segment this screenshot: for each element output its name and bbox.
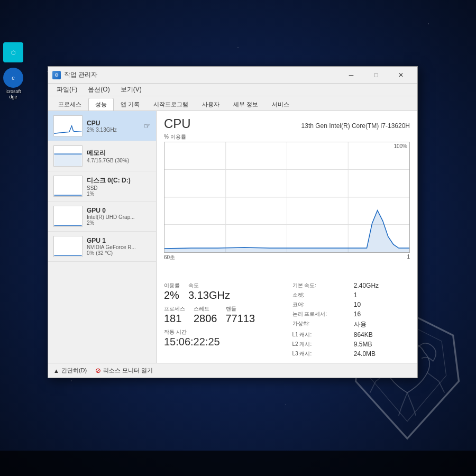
disk-detail1: SSD — [87, 185, 151, 191]
tab-apphistory[interactable]: 앱 기록 — [114, 98, 147, 111]
logical-label-pair: 논리 프로세서: — [292, 310, 349, 318]
window-controls: ─ □ ✕ — [339, 67, 413, 84]
l1-label: L1 캐시: — [292, 331, 349, 338]
graph-ymax: 100% — [393, 143, 407, 149]
perf-item-disk[interactable]: 디스크 0(C: D:) SSD 1% — [48, 171, 156, 202]
desktop-icon-edge[interactable]: e — [3, 68, 23, 88]
right-panel: CPU 13th Gen Intel(R) Core(TM) i7-13620H… — [157, 111, 417, 363]
memory-detail: 4.7/15.7GB (30%) — [87, 158, 151, 163]
handle-col: 핸들 77113 — [226, 305, 255, 324]
virt-val-pair: 사용 — [354, 320, 410, 329]
uptime-label: 작동 시간 — [164, 328, 282, 336]
core-label-pair: 코어: — [292, 301, 349, 308]
svg-rect-6 — [54, 206, 81, 226]
pth-row: 프로세스 181 스레드 2806 핸들 77113 — [164, 305, 282, 324]
virt-label: 가상화: — [292, 320, 349, 327]
perf-item-gpu1[interactable]: GPU 1 NVIDIA GeForce R... 0% (32 °C) — [48, 232, 156, 262]
minimize-button[interactable]: ─ — [339, 67, 363, 84]
menu-view[interactable]: 보기(V) — [116, 84, 146, 95]
cpu-graph-svg — [164, 142, 409, 252]
tab-services[interactable]: 서비스 — [265, 98, 296, 111]
close-button[interactable]: ✕ — [389, 67, 413, 84]
base-speed-value: 2.40GHz — [354, 282, 410, 289]
virt-value: 사용 — [354, 320, 410, 329]
l3-value: 24.0MB — [354, 350, 410, 358]
monitor-label: 리소스 모니터 열기 — [103, 367, 153, 374]
tab-details[interactable]: 세부 정보 — [226, 98, 265, 111]
simple-label: 간단히(D) — [61, 367, 87, 374]
disk-detail2: 1% — [87, 191, 151, 197]
cpu-info: CPU 2% 3.13GHz — [87, 120, 140, 133]
uptime-value: 15:06:22:25 — [164, 336, 282, 348]
l2-value: 9.5MB — [354, 341, 410, 348]
graph-timeline: 60초 1 — [164, 254, 410, 261]
thread-col: 스레드 2806 — [194, 305, 217, 324]
desktop-icon-1[interactable]: ⬡ — [3, 42, 23, 62]
tab-bar: 프로세스 성능 앱 기록 시작프로그램 사용자 세부 정보 서비스 — [48, 96, 417, 111]
title-bar: ⚙ 작업 관리자 ─ □ ✕ — [48, 67, 417, 84]
desktop-icons: ⬡ e icrosoftdge — [0, 42, 26, 99]
handle-label: 핸들 — [226, 305, 255, 313]
perf-item-cpu[interactable]: CPU 2% 3.13GHz ☞ — [48, 111, 156, 141]
gpu1-name: GPU 1 — [87, 237, 151, 244]
resource-monitor-btn[interactable]: ⊘ 리소스 모니터 열기 — [95, 367, 153, 374]
simple-mode-btn[interactable]: ▲ 간단히(D) — [53, 367, 87, 374]
cpu-detail: 2% 3.13GHz — [87, 127, 140, 133]
perf-item-memory[interactable]: 메모리 4.7/15.7GB (30%) — [48, 141, 156, 171]
graph-container: 100% — [164, 142, 410, 253]
stats-section: 이용률 2% 속도 3.13GHz 프로세스 181 — [164, 282, 410, 358]
task-manager-window: ⚙ 작업 관리자 ─ □ ✕ 파일(F) 옵션(O) 보기(V) 프로세스 성능… — [48, 66, 418, 378]
logical-value: 16 — [354, 310, 410, 318]
memory-name: 메모리 — [87, 149, 151, 158]
gpu0-detail1: Intel(R) UHD Grap... — [87, 214, 151, 220]
process-thread-row: 프로세스 181 스레드 2806 핸들 77113 — [164, 305, 282, 324]
graph-ylabel: % 이용률 — [164, 133, 410, 141]
tab-performance[interactable]: 성능 — [88, 98, 114, 111]
cpu-main-title: CPU — [164, 116, 191, 131]
gpu0-detail2: 2% — [87, 220, 151, 226]
desktop-label-edge: icrosoftdge — [3, 89, 23, 99]
maximize-button[interactable]: □ — [364, 67, 388, 84]
tab-process[interactable]: 프로세스 — [51, 98, 88, 111]
stats-right: 기본 속도: 2.40GHz 소켓: 1 코어: — [292, 282, 410, 358]
svg-rect-4 — [54, 153, 81, 166]
right-stats-grid: 기본 속도: 2.40GHz 소켓: 1 코어: — [292, 282, 410, 358]
l2-label: L2 캐시: — [292, 341, 349, 348]
gpu1-detail1: NVIDIA GeForce R... — [87, 244, 151, 250]
speed-col: 속도 3.13GHz — [188, 282, 230, 301]
menu-options[interactable]: 옵션(O) — [84, 84, 114, 95]
perf-item-gpu0[interactable]: GPU 0 Intel(R) UHD Grap... 2% — [48, 202, 156, 232]
thread-label: 스레드 — [194, 305, 217, 313]
l2-val-pair: 9.5MB — [354, 341, 410, 348]
socket-val-pair: 1 — [354, 291, 410, 299]
memory-mini-graph — [53, 145, 83, 167]
gpu0-name: GPU 0 — [87, 207, 151, 214]
virt-label-pair: 가상화: — [292, 320, 349, 329]
menu-file[interactable]: 파일(F) — [52, 84, 81, 95]
l1-value: 864KB — [354, 331, 410, 338]
memory-info: 메모리 4.7/15.7GB (30%) — [87, 149, 151, 163]
thread-value: 2806 — [194, 313, 217, 324]
menu-bar: 파일(F) 옵션(O) 보기(V) — [48, 84, 417, 96]
usage-col: 이용률 2% — [164, 282, 180, 301]
cpu-name: CPU — [87, 120, 140, 127]
tab-startup[interactable]: 시작프로그램 — [147, 98, 195, 111]
process-label: 프로세스 — [164, 305, 185, 313]
gpu0-info: GPU 0 Intel(R) UHD Grap... 2% — [87, 207, 151, 226]
core-value: 10 — [354, 301, 410, 308]
usage-label: 이용률 — [164, 282, 180, 289]
gpu1-info: GPU 1 NVIDIA GeForce R... 0% (32 °C) — [87, 237, 151, 256]
base-speed-pair: 기본 속도: — [292, 282, 349, 289]
process-col: 프로세스 181 — [164, 305, 185, 324]
main-content: CPU 2% 3.13GHz ☞ 메모리 4.7/15.7GB (3 — [48, 111, 417, 363]
logical-val-pair: 16 — [354, 310, 410, 318]
l1-val-pair: 864KB — [354, 331, 410, 338]
core-val-pair: 10 — [354, 301, 410, 308]
gpu1-mini-graph — [53, 236, 83, 257]
cpu-graph-area: % 이용률 100% — [164, 133, 410, 277]
l3-label: L3 캐시: — [292, 350, 349, 358]
window-title: 작업 관리자 — [64, 70, 339, 79]
cursor-icon: ☞ — [144, 122, 151, 130]
svg-rect-7 — [54, 236, 81, 257]
tab-users[interactable]: 사용자 — [195, 98, 226, 111]
